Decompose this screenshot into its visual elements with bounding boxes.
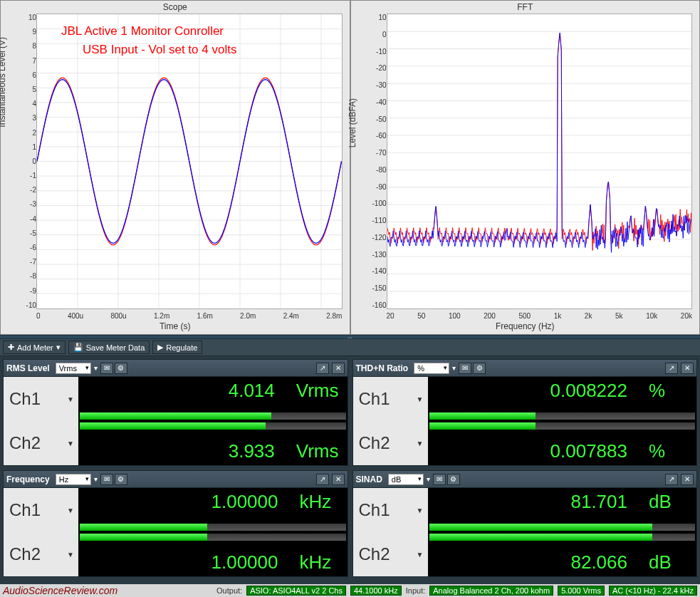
sinad-header: SINAD dB ▾ ✉ ⚙ ↗ ✕ bbox=[353, 471, 697, 488]
frequency-header: Frequency Hz ▾ ✉ ⚙ ↗ ✕ bbox=[4, 471, 348, 488]
dropdown-caret-icon[interactable]: ▾ bbox=[94, 475, 98, 483]
rms-unit-select[interactable]: Vrms bbox=[56, 363, 91, 374]
sinad-ch2-label[interactable]: Ch2▼ bbox=[353, 532, 428, 576]
regulate-button[interactable]: ▶ Regulate bbox=[152, 341, 202, 354]
gear-icon[interactable]: ⚙ bbox=[115, 363, 127, 374]
chevron-down-icon: ▼ bbox=[417, 440, 424, 447]
rms-ch1-value: 4.014 bbox=[229, 380, 275, 402]
sinad-ch1-value: 81.701 bbox=[570, 491, 627, 513]
status-bar: AudioScienceReview.com Output: ASIO: ASI… bbox=[0, 584, 700, 597]
sinad-unit-select[interactable]: dB bbox=[388, 474, 424, 485]
thdn-ch1-unit: % bbox=[649, 380, 688, 402]
freq-ch2-label[interactable]: Ch2▼ bbox=[4, 532, 78, 576]
charts-row: Scope JBL Active 1 Monitor Conroller USB… bbox=[0, 0, 700, 335]
rms-ch2-unit: Vrms bbox=[296, 440, 339, 462]
plus-icon: ✚ bbox=[8, 343, 14, 352]
scope-ylabel: Instantaneous Level (V) bbox=[0, 37, 7, 128]
envelope-icon[interactable]: ✉ bbox=[100, 363, 113, 374]
play-icon: ▶ bbox=[157, 343, 163, 352]
rms-ch1-unit: Vrms bbox=[296, 380, 339, 402]
rms-header: RMS Level Vrms ▾ ✉ ⚙ ↗ ✕ bbox=[4, 360, 348, 377]
input-coupling-chip[interactable]: AC (<10 Hz) - 22.4 kHz bbox=[609, 586, 697, 596]
frequency-title: Frequency bbox=[6, 474, 50, 484]
thdn-ch1-label[interactable]: Ch1▼ bbox=[353, 377, 428, 421]
meters-grid: RMS Level Vrms ▾ ✉ ⚙ ↗ ✕ Ch1▼ 4.014 Vrms… bbox=[0, 356, 700, 580]
sinad-panel: SINAD dB ▾ ✉ ⚙ ↗ ✕ Ch1▼ 81.701 dB Ch2▼ bbox=[352, 470, 698, 577]
chevron-down-icon: ▼ bbox=[417, 551, 424, 559]
scope-chart[interactable]: Scope JBL Active 1 Monitor Conroller USB… bbox=[0, 0, 350, 335]
chevron-down-icon: ▼ bbox=[67, 507, 74, 514]
dropdown-caret-icon[interactable]: ▾ bbox=[427, 475, 430, 483]
fft-y-axis: 100-10-20-30-40-50-60-70-80-90-100-110-1… bbox=[367, 14, 387, 309]
add-meter-button[interactable]: ✚ Add Meter ▾ bbox=[3, 341, 66, 354]
close-icon[interactable]: ✕ bbox=[332, 363, 345, 374]
thdn-ch1-value: 0.008222 bbox=[550, 380, 627, 402]
rms-ch1-label[interactable]: Ch1▼ bbox=[4, 377, 78, 421]
rms-title: RMS Level bbox=[6, 363, 50, 373]
watermark: AudioScienceReview.com bbox=[3, 585, 117, 596]
fft-ylabel: Level (dBFA) bbox=[348, 98, 357, 147]
scope-xlabel: Time (s) bbox=[1, 321, 350, 331]
sinad-ch1-unit: dB bbox=[649, 491, 688, 513]
fft-chart[interactable]: FFT 100-10-20-30-40-50-60-70-80-90-100-1… bbox=[350, 0, 701, 335]
freq-ch1-bar bbox=[80, 524, 207, 531]
dropdown-caret-icon: ▾ bbox=[56, 343, 61, 352]
thdn-unit-select[interactable]: % bbox=[414, 363, 449, 374]
rms-ch1-bar bbox=[80, 412, 271, 420]
thdn-ch2-bar bbox=[429, 422, 536, 430]
gear-icon[interactable]: ⚙ bbox=[447, 474, 460, 485]
freq-ch2-bar bbox=[80, 534, 207, 541]
gear-icon[interactable]: ⚙ bbox=[115, 474, 127, 485]
output-device-chip[interactable]: ASIO: ASIO4ALL v2 2 Chs bbox=[246, 586, 346, 596]
rms-level-panel: RMS Level Vrms ▾ ✉ ⚙ ↗ ✕ Ch1▼ 4.014 Vrms… bbox=[3, 359, 348, 466]
thdn-header: THD+N Ratio % ▾ ✉ ⚙ ↗ ✕ bbox=[353, 360, 697, 377]
freq-ch1-value: 1.00000 bbox=[211, 491, 278, 513]
envelope-icon[interactable]: ✉ bbox=[100, 474, 113, 485]
freq-ch1-unit: kHz bbox=[300, 491, 339, 513]
sinad-ch1-label[interactable]: Ch1▼ bbox=[353, 488, 428, 532]
frequency-panel: Frequency Hz ▾ ✉ ⚙ ↗ ✕ Ch1▼ 1.00000 kHz … bbox=[3, 470, 348, 577]
gear-icon[interactable]: ⚙ bbox=[473, 363, 486, 374]
rms-ch2-label[interactable]: Ch2▼ bbox=[4, 421, 78, 465]
scope-title: Scope bbox=[1, 1, 350, 14]
meters-toolbar: ✚ Add Meter ▾ 💾 Save Meter Data ▶ Regula… bbox=[0, 339, 700, 356]
frequency-unit-select[interactable]: Hz bbox=[56, 474, 91, 485]
input-level-chip[interactable]: 5.000 Vrms bbox=[558, 586, 605, 596]
fft-plot-area bbox=[387, 14, 693, 309]
freq-ch1-label[interactable]: Ch1▼ bbox=[4, 488, 78, 532]
envelope-icon[interactable]: ✉ bbox=[433, 474, 446, 485]
input-device-chip[interactable]: Analog Balanced 2 Ch, 200 kohm bbox=[429, 586, 553, 596]
save-icon: 💾 bbox=[73, 343, 83, 352]
close-icon[interactable]: ✕ bbox=[681, 474, 694, 485]
popout-icon[interactable]: ↗ bbox=[665, 474, 678, 485]
thdn-ch2-label[interactable]: Ch2▼ bbox=[353, 421, 428, 465]
close-icon[interactable]: ✕ bbox=[681, 363, 694, 374]
rms-ch2-bar bbox=[80, 422, 266, 430]
popout-icon[interactable]: ↗ bbox=[316, 474, 329, 485]
envelope-icon[interactable]: ✉ bbox=[459, 363, 471, 374]
chevron-down-icon: ▼ bbox=[67, 551, 74, 559]
thdn-ch2-value: 0.007883 bbox=[550, 440, 627, 462]
popout-icon[interactable]: ↗ bbox=[316, 363, 329, 374]
dropdown-caret-icon[interactable]: ▾ bbox=[452, 364, 456, 372]
popout-icon[interactable]: ↗ bbox=[665, 363, 678, 374]
chevron-down-icon: ▼ bbox=[67, 395, 74, 403]
close-icon[interactable]: ✕ bbox=[332, 474, 345, 485]
thdn-panel: THD+N Ratio % ▾ ✉ ⚙ ↗ ✕ Ch1▼ 0.008222 % … bbox=[352, 359, 698, 466]
sinad-ch2-bar bbox=[429, 534, 653, 541]
output-rate-chip[interactable]: 44.1000 kHz bbox=[350, 586, 402, 596]
thdn-ch1-bar bbox=[429, 412, 536, 420]
chevron-down-icon: ▼ bbox=[67, 440, 74, 447]
output-label: Output: bbox=[216, 586, 242, 595]
fft-xlabel: Frequency (Hz) bbox=[351, 321, 700, 331]
freq-ch2-value: 1.00000 bbox=[211, 551, 278, 573]
thdn-ch2-unit: % bbox=[649, 440, 688, 462]
dropdown-caret-icon[interactable]: ▾ bbox=[94, 364, 98, 372]
freq-ch2-unit: kHz bbox=[300, 551, 339, 573]
chevron-down-icon: ▼ bbox=[417, 507, 424, 514]
sinad-ch2-unit: dB bbox=[649, 551, 688, 573]
save-meter-data-button[interactable]: 💾 Save Meter Data bbox=[68, 341, 150, 354]
scope-annotation: JBL Active 1 Monitor Conroller USB Input… bbox=[61, 22, 236, 58]
scope-y-axis: 109876543210-1-2-3-4-5-6-7-8-9-10 bbox=[16, 14, 36, 309]
fft-title: FFT bbox=[351, 1, 700, 14]
